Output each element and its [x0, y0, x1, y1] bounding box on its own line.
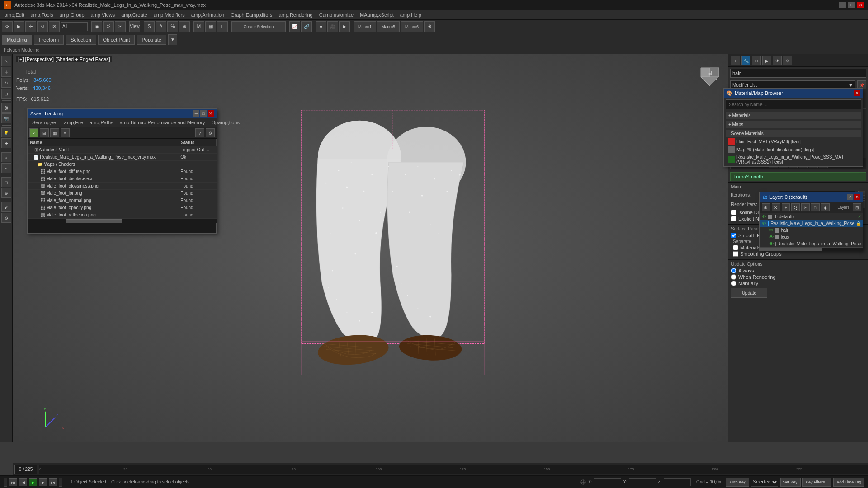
tab-more-btn[interactable]: ▼ [168, 34, 177, 45]
mb-close[interactable]: ✕ [854, 90, 860, 96]
layer-pose[interactable]: 👁 Realistic_Male_Legs_in_a_Walking_Pose … [760, 220, 863, 227]
key-filters-button[interactable]: Key Filters... [802, 478, 831, 487]
geometry-tool[interactable]: ◻ [1, 177, 11, 187]
layer-close[interactable]: ✕ [854, 194, 860, 200]
layer-default[interactable]: 👁 0 (default) ✓ [760, 213, 863, 220]
tab-populate[interactable]: Populate [137, 35, 166, 45]
layer-hair[interactable]: 👁 hair [760, 227, 863, 234]
minimize-button[interactable]: ─ [839, 2, 846, 8]
layer-btn-select[interactable]: □ [811, 203, 820, 211]
table-row[interactable]: ⊞ Autodesk Vault Logged Out ... [28, 146, 217, 154]
frame-display[interactable]: 0 / 225 [14, 465, 37, 474]
layer-scrollbar-h[interactable] [760, 247, 863, 251]
smoothing-groups-checkbox[interactable] [733, 251, 738, 257]
tab-object-paint[interactable]: Object Paint [98, 35, 135, 45]
mb-materials-header[interactable]: + Materials [726, 112, 861, 119]
at-btn-3[interactable]: ▦ [50, 128, 59, 137]
layer-maximize[interactable]: ⊞ [853, 203, 861, 211]
menu-group[interactable]: amp;Group [57, 11, 87, 19]
explicit-normals-checkbox[interactable] [731, 216, 736, 221]
at-close[interactable]: ✕ [208, 110, 214, 117]
table-row[interactable]: 🖼 Male_foot_displace.exr Found [28, 175, 217, 183]
toolbar-btn-1[interactable]: ⟳ [2, 21, 13, 32]
layer-titlebar[interactable]: 🗂 Layer: 0 (default) ? ✕ [760, 192, 863, 202]
macro3[interactable]: Macro6 [401, 21, 423, 32]
toolbar-btn-scale[interactable]: ⊠ [49, 21, 60, 32]
hierarchy-icon[interactable]: H [752, 56, 761, 65]
layer-btn-unlink[interactable]: ✂ [801, 203, 810, 211]
at-path-input[interactable] [28, 223, 217, 233]
menu-modifiers[interactable]: amp;Modifiers [151, 11, 188, 19]
schematic-view[interactable]: 🔗 [301, 21, 312, 32]
mirror[interactable]: M [193, 21, 204, 32]
toolbar-btn-move[interactable]: ✛ [25, 21, 36, 32]
table-row[interactable]: 🖼 Male_foot_reflection.png Found [28, 211, 217, 219]
helper-tool[interactable]: ✚ [1, 138, 11, 148]
menu-maxscript[interactable]: MAamp;xScript [357, 11, 396, 19]
when-rendering-radio[interactable] [731, 274, 736, 280]
timeline-track[interactable]: 0 25 50 75 100 125 150 175 200 225 [39, 465, 868, 474]
table-row[interactable]: 🖼 Male_foot_normal.png Found [28, 197, 217, 204]
tab-modeling[interactable]: Modeling [2, 35, 32, 45]
filter-input[interactable] [61, 22, 88, 31]
view-select[interactable]: View [129, 21, 140, 32]
percent-snap[interactable]: % [167, 21, 178, 32]
camera-tool[interactable]: 📷 [1, 113, 11, 123]
move-tool[interactable]: ✛ [1, 67, 11, 77]
selection-filter[interactable]: Selected [751, 478, 778, 487]
snap-btn[interactable]: S [144, 21, 155, 32]
manually-radio[interactable] [731, 281, 736, 286]
left-bracket[interactable] [4, 478, 7, 487]
layer-help[interactable]: ? [847, 194, 853, 200]
prev-key-btn[interactable]: ⏮ [9, 478, 17, 486]
at-menu-paths[interactable]: amp;Paths [87, 119, 116, 126]
toolbar-btn-link[interactable]: ⛓ [103, 21, 114, 32]
named-selection[interactable]: Create Selection [231, 21, 286, 32]
light-tool[interactable]: 💡 [1, 127, 11, 137]
maximize-button[interactable]: □ [848, 2, 855, 8]
view-cube[interactable]: Top F L [696, 59, 723, 86]
layer-btn-link[interactable]: ⛓ [791, 203, 800, 211]
angle-snap[interactable]: A [156, 21, 166, 32]
at-settings[interactable]: ⚙ [206, 128, 215, 137]
right-bracket[interactable] [59, 478, 62, 487]
layer-realistic[interactable]: 👁 Realistic_Male_Legs_in_a_Walking_Pose [760, 240, 863, 247]
table-row[interactable]: 🖼 Male_foot_opacity.png Found [28, 204, 217, 211]
paint-tool[interactable]: 🖌 [1, 202, 11, 212]
mb-scene-materials-header[interactable]: - Scene Materials [726, 130, 861, 137]
motion-icon[interactable]: ▶ [762, 56, 771, 65]
mb-item-2[interactable]: Map #9 (Male_foot_displace.exr) [legs] [726, 145, 861, 154]
at-help[interactable]: ? [195, 128, 204, 137]
rotate-tool[interactable]: ↻ [1, 78, 11, 88]
at-restore[interactable]: □ [200, 110, 207, 117]
render[interactable]: ▶ [339, 21, 350, 32]
at-minimize[interactable]: ─ [193, 110, 199, 117]
macro2[interactable]: Macro5 [377, 21, 400, 32]
mb-item-3[interactable]: Realistic_Male_Legs_in_a_Walking_Pose_SS… [726, 154, 861, 165]
turbosmooth-header[interactable]: TurboSmooth [730, 172, 866, 181]
settings-btn[interactable]: ⚙ [424, 21, 435, 32]
add-time-tag-button[interactable]: Add Time Tag [833, 478, 864, 487]
menu-help[interactable]: amp;Help [397, 11, 424, 19]
mb-item-1[interactable]: Hair_Foot_MAT (VRayMtl) [hair] [726, 137, 861, 145]
mb-titlebar[interactable]: 🎨 Material/Map Browser ✕ [724, 89, 863, 98]
tab-freeform[interactable]: Freeform [34, 35, 64, 45]
spinner-snap[interactable]: ⊕ [179, 21, 190, 32]
menu-views[interactable]: amp;Views [88, 11, 118, 19]
toolbar-btn-ref[interactable]: ◉ [91, 21, 102, 32]
isoline-checkbox[interactable] [731, 210, 736, 215]
asset-tracking-titlebar[interactable]: Asset Tracking ─ □ ✕ [28, 109, 217, 118]
curve-editor[interactable]: 📈 [289, 21, 300, 32]
table-row[interactable]: 🖼 Male_foot_glossiness.png Found [28, 183, 217, 190]
toolbar-btn-select[interactable]: ▶ [14, 21, 24, 32]
scale-tool[interactable]: ⊡ [1, 89, 11, 99]
align[interactable]: ⊨ [217, 21, 228, 32]
table-row[interactable]: 📄 Realistic_Male_Legs_in_a_Walking_Pose_… [28, 154, 217, 161]
at-btn-2[interactable]: ⊞ [40, 128, 49, 137]
play-btn[interactable]: ▶ [29, 478, 37, 486]
layer-btn-freeze[interactable]: ❄ [762, 203, 770, 211]
macro1[interactable]: Macro1 [354, 21, 376, 32]
tab-selection[interactable]: Selection [66, 35, 96, 45]
at-menu-bitmap[interactable]: amp;Bitmap Performance and Memory [117, 119, 208, 126]
at-menu-options[interactable]: Opamp;tions [209, 119, 242, 126]
